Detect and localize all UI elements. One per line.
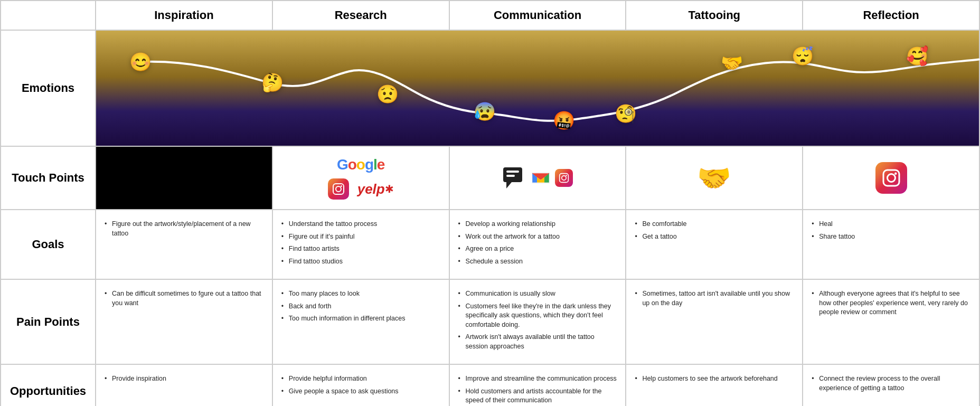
opp-communication: Improve and streamline the communication… (449, 364, 626, 406)
goal-item: Figure out if it's painful (281, 232, 440, 242)
svg-rect-0 (333, 184, 344, 194)
emoji-love: 🥰 (906, 45, 928, 67)
svg-point-1 (336, 186, 341, 192)
touch-reflection (803, 146, 979, 210)
emoji-anxious: 😰 (474, 101, 496, 122)
header-inspiration: Inspiration (96, 1, 272, 30)
pain-reflection-list: Although everyone agrees that it's helpf… (812, 289, 970, 317)
goals-communication-list: Develop a working relationship Work out … (458, 220, 617, 266)
goals-communication: Develop a working relationship Work out … (449, 210, 626, 279)
opp-inspiration: Provide inspiration (96, 364, 272, 406)
goal-item: Get a tattoo (635, 232, 794, 242)
yelp-logo: yelp✱ (357, 181, 394, 197)
pain-inspiration-list: Can be difficult sometimes to fgure out … (105, 289, 263, 308)
pain-item: Too much information in different places (281, 314, 440, 324)
opp-item: Improve and streamline the communication… (458, 374, 617, 384)
emoji-angry: 🤬 (553, 110, 575, 131)
goal-item: Work out the artwork for a tattoo (458, 232, 617, 242)
svg-rect-8 (560, 174, 569, 183)
opp-research-list: Provide helpful information Give people … (281, 374, 440, 396)
goal-item: Find tattoo studios (281, 257, 440, 267)
svg-rect-11 (883, 170, 899, 186)
emoji-happy: 😊 (129, 51, 152, 72)
pain-item: Back and forth (281, 302, 440, 311)
goals-reflection: Heal Share tattoo (803, 210, 979, 279)
pain-item: Too many places to look (281, 289, 440, 299)
opp-item: Give people a space to ask questions (281, 387, 440, 396)
instagram-icon-reflection (875, 162, 907, 194)
svg-point-12 (887, 174, 895, 182)
instagram-icon-research (328, 178, 349, 200)
opp-inspiration-list: Provide inspiration (105, 374, 263, 384)
goals-label: Goals (1, 210, 96, 279)
journey-map: Inspiration Research Communication Tatto… (0, 0, 980, 406)
opp-item: Hold customers and artists accountable f… (458, 387, 617, 405)
instagram-icon-communication (555, 169, 573, 187)
svg-point-2 (341, 185, 342, 187)
header-communication: Communication (449, 1, 626, 30)
touch-research: Google yelp✱ (272, 146, 449, 210)
goal-item: Agree on a price (458, 244, 617, 254)
pain-inspiration: Can be difficult sometimes to fgure out … (96, 279, 272, 364)
opp-item: Provide inspiration (105, 374, 263, 384)
opp-item: Connect the review process to the overal… (812, 374, 970, 393)
emotions-label: Emotions (1, 30, 96, 146)
emotion-curve-svg (96, 31, 979, 146)
goal-item: Develop a working relationship (458, 220, 617, 229)
pain-tattooing-list: Sometimes, tattoo art isn't available un… (635, 289, 794, 308)
opportunities-label: Opportunities (1, 364, 96, 406)
opp-communication-list: Improve and streamline the communication… (458, 374, 617, 405)
pain-item: Although everyone agrees that it's helpf… (812, 289, 970, 317)
touch-inspiration (96, 146, 272, 210)
gmail-icon (532, 169, 550, 187)
svg-rect-6 (506, 175, 515, 177)
goals-inspiration-list: Figure out the artwork/style/placement o… (105, 220, 263, 238)
pain-communication: Communication is usually slow Customers … (449, 279, 626, 364)
pain-reflection: Although everyone agrees that it's helpf… (803, 279, 979, 364)
goal-item: Understand the tattoo process (281, 220, 440, 229)
header-empty (1, 1, 96, 30)
goals-research: Understand the tattoo process Figure out… (272, 210, 449, 279)
emoji-sad: 😟 (376, 83, 399, 105)
goal-item: Heal (812, 220, 970, 229)
header-reflection: Reflection (803, 1, 979, 30)
emoji-sleepy: 😴 (791, 45, 814, 67)
pain-research: Too many places to look Back and forth T… (272, 279, 449, 364)
emoji-thinking: 🤔 (261, 72, 284, 93)
svg-point-10 (566, 175, 567, 176)
goals-inspiration: Figure out the artwork/style/placement o… (96, 210, 272, 279)
pain-communication-list: Communication is usually slow Customers … (458, 289, 617, 351)
goals-tattooing: Be comfortable Get a tattoo (626, 210, 803, 279)
pain-item: Communication is usually slow (458, 289, 617, 299)
goals-research-list: Understand the tattoo process Figure out… (281, 220, 440, 266)
goal-item: Schedule a session (458, 257, 617, 267)
opp-research: Provide helpful information Give people … (272, 364, 449, 406)
pain-item: Artwork isn't always available until the… (458, 333, 617, 351)
svg-point-9 (562, 176, 566, 180)
pain-tattooing: Sometimes, tattoo art isn't available un… (626, 279, 803, 364)
research-icons: Google yelp✱ (328, 156, 394, 200)
pain-points-label: Pain Points (1, 279, 96, 364)
handshake-emoji: 🤝 (697, 162, 731, 194)
google-logo: Google (337, 156, 384, 173)
touch-tattooing: 🤝 (626, 146, 803, 210)
svg-marker-4 (506, 182, 512, 188)
pain-research-list: Too many places to look Back and forth T… (281, 289, 440, 324)
emoji-monocle: 🧐 (615, 103, 637, 124)
pain-item: Customers feel like they're in the dark … (458, 302, 617, 330)
pain-item: Sometimes, tattoo art isn't available un… (635, 289, 794, 308)
chat-bubble-icon (502, 165, 526, 191)
goal-item: Find tattoo artists (281, 244, 440, 254)
opp-item: Help customers to see the artwork before… (635, 374, 794, 384)
opp-reflection-list: Connect the review process to the overal… (812, 374, 970, 393)
opp-reflection: Connect the review process to the overal… (803, 364, 979, 406)
pain-item: Can be difficult sometimes to fgure out … (105, 289, 263, 308)
opp-tattooing-list: Help customers to see the artwork before… (635, 374, 794, 384)
goals-tattooing-list: Be comfortable Get a tattoo (635, 220, 794, 241)
goal-item: Figure out the artwork/style/placement o… (105, 220, 263, 238)
opp-tattooing: Help customers to see the artwork before… (626, 364, 803, 406)
svg-rect-5 (506, 171, 519, 173)
opp-item: Provide helpful information (281, 374, 440, 384)
emoji-handshake: 🤝 (721, 52, 743, 73)
header-research: Research (272, 1, 449, 30)
